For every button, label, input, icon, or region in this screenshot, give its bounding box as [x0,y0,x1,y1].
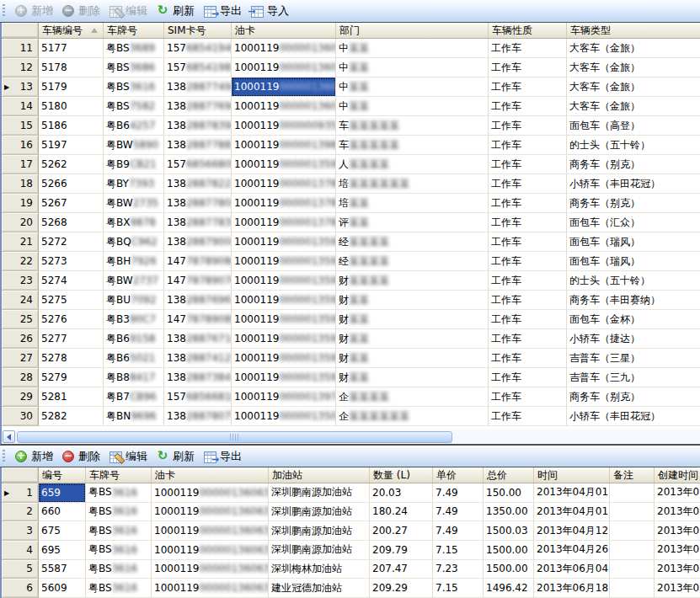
table-cell[interactable]: 的士头（五十铃） [567,136,700,155]
table-cell[interactable]: 660 [39,503,86,522]
table-cell[interactable]: 2013年04月01日 [534,503,610,522]
table-cell[interactable]: 13828878394 [164,116,232,136]
table-cell[interactable]: 1000119000001350000 [232,407,336,426]
table-cell[interactable]: 1000119000001360631 [152,503,269,522]
table-cell[interactable]: 2013年04月01日 [534,483,610,503]
table-cell[interactable]: 粤BS7582 [104,97,164,116]
table-cell[interactable]: 2013年0 [655,503,700,522]
scrollbar-thumb[interactable] [17,431,452,443]
horizontal-scrollbar[interactable] [0,430,700,445]
table-cell[interactable]: 中某某 [336,58,489,77]
table-cell[interactable]: 人某某某某 [336,155,489,174]
table-cell[interactable]: 7.49 [433,521,484,541]
table-cell[interactable]: 1000119000001360631 [152,521,269,541]
table-cell[interactable]: 粤BW2737 [104,271,164,291]
table-cell[interactable]: 13828878077 [164,407,232,426]
table-cell[interactable]: 15768541948 [164,39,232,58]
table-cell[interactable]: 中某某 [336,77,489,97]
table-cell[interactable]: 粤BY7393 [104,174,164,194]
table-cell[interactable]: 大客车（金旅） [567,58,700,77]
table-cell[interactable]: 深圳鹏南源加油站 [269,541,370,560]
column-header[interactable]: 车辆性质 [489,23,567,38]
table-cell[interactable]: 评某某 [336,213,489,232]
column-header[interactable]: 车牌号 [86,467,152,483]
table-cell[interactable]: 粤BW2735 [104,194,164,213]
table-cell[interactable]: 13828878227 [164,174,232,194]
table-cell[interactable]: 粤B9CB21 [104,155,164,174]
row-header[interactable]: 27 [2,349,39,368]
table-cell[interactable] [610,483,655,503]
column-header[interactable]: 备注 [610,467,655,483]
table-cell[interactable]: 13828877694 [164,97,232,116]
column-header[interactable]: 油卡 [152,467,269,483]
table-cell[interactable]: 14778789085 [164,310,232,329]
table-cell[interactable]: 5274 [39,271,104,291]
table-cell[interactable]: 5186 [39,116,104,136]
table-cell[interactable]: 2013年0 [655,483,700,503]
table-cell[interactable]: 1000119000001378547 [232,213,336,232]
column-header[interactable]: 总价 [484,467,534,483]
table-cell[interactable]: 5278 [39,349,104,368]
table-cell[interactable]: 5266 [39,174,104,194]
table-cell[interactable]: 5273 [39,252,104,271]
table-cell[interactable]: 5267 [39,194,104,213]
export-button[interactable]: 导出 [200,447,244,466]
row-header[interactable]: 18 [2,174,39,194]
table-cell[interactable]: 粤B7CB96 [104,387,164,407]
edit-button[interactable]: 编辑 [106,447,150,466]
row-header[interactable]: 15 [2,116,39,136]
column-header[interactable]: 车牌号 [104,23,164,38]
table-cell[interactable]: 面包车（高登） [567,116,700,136]
table-cell[interactable]: 财某某 [336,349,489,368]
table-cell[interactable]: 财某某 [336,368,489,387]
table-cell[interactable]: 1000119000001359848 [232,271,336,291]
table-cell[interactable]: 商务车（丰田赛纳） [567,291,700,310]
row-header[interactable]: 2 [2,503,39,522]
table-cell[interactable]: 5281 [39,387,104,407]
table-cell[interactable]: 1000119000001359847 [232,310,336,329]
table-cell[interactable]: 1000119000001360631 [152,541,269,560]
row-header[interactable]: 12 [2,58,39,77]
table-cell[interactable]: 商务车（别克） [567,194,700,213]
table-cell[interactable]: 7.49 [433,483,484,503]
table-cell[interactable]: 15768566808 [164,155,232,174]
table-cell[interactable]: 2013年04月12日 [534,521,610,541]
table-cell[interactable]: 粤BS3616 [86,521,152,541]
table-cell[interactable]: 工作车 [489,271,567,291]
table-cell[interactable]: 深圳梅林加油站 [269,560,370,579]
table-cell[interactable]: 工作车 [489,136,567,155]
table-cell[interactable]: 15768566816 [164,387,232,407]
table-cell[interactable] [610,521,655,541]
table-cell[interactable]: 工作车 [489,77,567,97]
table-cell[interactable]: 吉普车（三星） [567,349,700,368]
table-cell[interactable]: 1000119000001359850 [232,252,336,271]
table-cell[interactable]: 面包车（瑞风） [567,232,700,252]
table-cell[interactable]: 7.23 [433,560,484,579]
column-header[interactable]: 数量 (L) [370,467,433,483]
table-cell[interactable]: 小轿车（捷达） [567,329,700,349]
row-header[interactable]: ▶1 [2,483,39,503]
column-header[interactable]: 加油站 [269,467,370,483]
row-header[interactable]: 4 [2,541,39,560]
table-cell[interactable]: 5282 [39,407,104,426]
table-cell[interactable]: 粤BH7926 [104,252,164,271]
table-cell[interactable]: 的士头（五十铃） [567,271,700,291]
delete-button[interactable]: 删除 [59,447,103,466]
table-cell[interactable]: 209.79 [370,541,433,560]
table-cell[interactable]: 5272 [39,232,104,252]
table-cell[interactable]: 13828876967 [164,291,232,310]
row-header[interactable]: ▶13 [2,77,39,97]
table-cell[interactable]: 财某某某某 [336,271,489,291]
row-header[interactable]: 28 [2,368,39,387]
table-cell[interactable]: 工作车 [489,310,567,329]
table-cell[interactable]: 工作车 [489,194,567,213]
table-cell[interactable]: 大客车（金旅） [567,97,700,116]
table-cell[interactable]: 13828879004 [164,232,232,252]
table-cell[interactable]: 7.15 [433,541,484,560]
table-cell[interactable]: 5177 [39,39,104,58]
table-cell[interactable]: 1000119000001360632 [232,58,336,77]
table-cell[interactable]: 1000119000001360631 [152,579,269,598]
table-cell[interactable]: 5179 [39,77,104,97]
import-button[interactable]: 导入 [248,2,291,20]
table-cell[interactable]: 1000119000001360629 [232,97,336,116]
